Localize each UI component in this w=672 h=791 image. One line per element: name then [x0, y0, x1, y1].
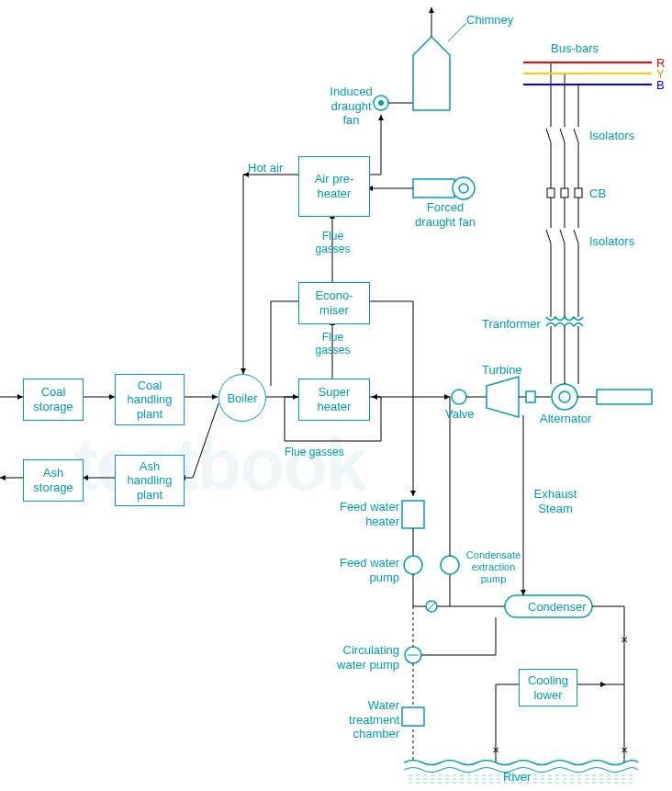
svg-line-3	[193, 403, 218, 478]
river-label: River	[503, 770, 531, 785]
svg-line-76	[560, 230, 565, 243]
hot-air-label: Hot air	[248, 161, 283, 175]
svg-rect-16	[597, 390, 652, 404]
svg-rect-83	[575, 188, 582, 198]
svg-rect-65	[402, 707, 424, 726]
svg-point-43	[404, 556, 422, 574]
circulating-pump-label: Circulating water pump	[321, 643, 399, 672]
super-heater-label: Super heater	[301, 385, 367, 413]
svg-rect-81	[547, 188, 554, 198]
coal-handling-label: Coal handling plant	[118, 379, 182, 422]
svg-rect-33	[413, 179, 454, 198]
transformer-label: Tranformer	[482, 317, 541, 332]
svg-line-87	[546, 129, 551, 142]
feed-water-pump-label: Feed water pump	[326, 556, 399, 584]
condensate-pump-label: Condensate extraction pump	[459, 549, 528, 586]
boiler-label: Boiler	[227, 391, 257, 405]
svg-text:✕: ✕	[621, 635, 628, 645]
svg-line-77	[574, 230, 578, 243]
economiser-box: Econo-miser	[298, 282, 370, 324]
flue-gasses2-label: Flue gasses	[312, 331, 353, 357]
ash-handling-box: Ash handling plant	[115, 455, 185, 506]
ash-handling-label: Ash handling plant	[118, 459, 182, 503]
isolators2-label: Isolators	[589, 234, 634, 249]
svg-point-9	[452, 390, 466, 404]
svg-line-88	[560, 129, 565, 142]
svg-rect-12	[526, 391, 535, 402]
coal-storage-label: Coal storage	[26, 385, 81, 413]
isolators1-label: Isolators	[589, 129, 634, 143]
boiler-circle: Boiler	[218, 374, 266, 422]
flue-gasses3-label: Flue gasses	[285, 446, 344, 458]
svg-rect-41	[402, 501, 424, 528]
cb-label: CB	[589, 186, 606, 201]
exhaust-steam-label: Exhaust Steam	[528, 487, 583, 515]
cooling-tower-label: Cooling lower	[521, 673, 575, 702]
feed-water-heater-label: Feed water heater	[330, 500, 399, 528]
turbine-label: Turbine	[482, 363, 522, 378]
coal-handling-box: Coal handling plant	[115, 374, 185, 425]
forced-fan-label: Forced draught fan	[413, 200, 477, 229]
air-preheater-box: Air pre-heater	[298, 156, 370, 217]
super-heater-box: Super heater	[298, 379, 370, 421]
svg-text:✕: ✕	[621, 745, 628, 755]
svg-rect-82	[561, 188, 568, 198]
chimney-label: Chimney	[466, 13, 513, 28]
svg-line-89	[574, 129, 578, 142]
svg-point-46	[441, 556, 459, 574]
water-treatment-label: Water treatment chamber	[335, 698, 399, 741]
svg-point-35	[459, 184, 468, 193]
svg-point-14	[559, 391, 570, 402]
bus-bars-label: Bus-bars	[551, 41, 599, 56]
coal-storage-box: Coal storage	[23, 379, 84, 421]
economiser-label: Econo-miser	[301, 288, 367, 317]
svg-line-75	[546, 230, 551, 243]
b-label: B	[656, 78, 665, 93]
ash-storage-box: Ash storage	[23, 459, 84, 502]
cooling-tower-box: Cooling lower	[519, 669, 577, 706]
condenser-label: Condenser	[528, 600, 587, 615]
air-preheater-label: Air pre-heater	[301, 172, 367, 200]
induced-fan-label: Induced draught fan	[321, 85, 381, 128]
svg-line-30	[448, 23, 466, 41]
svg-text:✕: ✕	[492, 745, 499, 755]
ash-storage-label: Ash storage	[26, 466, 81, 494]
alternator-label: Alternator	[540, 412, 591, 426]
valve-label: Valve	[445, 407, 475, 422]
flue-gasses1-label: Flue gasses	[312, 230, 353, 256]
